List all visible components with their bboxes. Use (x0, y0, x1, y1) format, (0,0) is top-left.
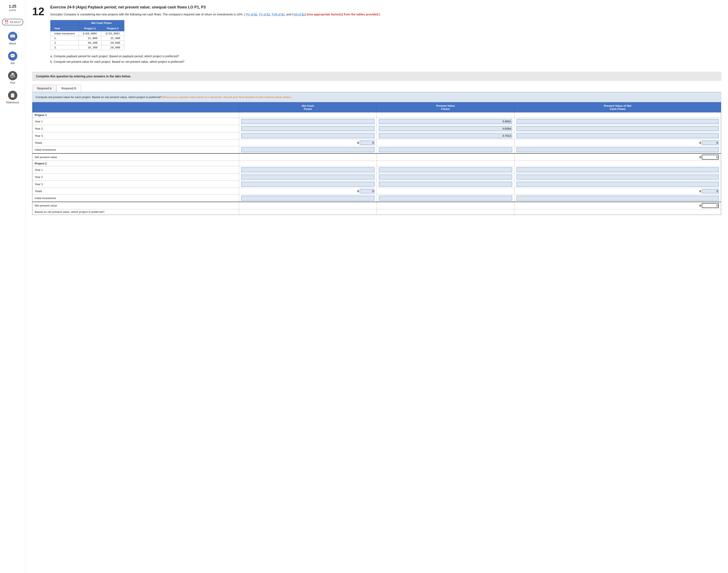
ncf-input[interactable] (241, 147, 375, 152)
pvncf-input[interactable] (517, 182, 719, 187)
link-pv[interactable]: PV of $1 (246, 13, 257, 16)
pvf-cell (377, 146, 514, 154)
ncf-input[interactable] (241, 119, 375, 124)
pvf-input[interactable] (379, 182, 512, 187)
pvncf-input[interactable] (517, 119, 719, 124)
ncf-cell: $ (239, 188, 377, 195)
pvncf-input[interactable] (517, 196, 719, 201)
row-label-cell: Net present value (33, 153, 239, 161)
row-label-cell: Year 3 (33, 132, 239, 140)
ncf-table: Net Cash Flows Year Project 1 Project 2 … (50, 20, 124, 50)
pvf-cell (377, 153, 514, 161)
pvf-cell (377, 209, 514, 215)
ncf-header: Net Cash Flows (79, 20, 124, 26)
ncf-input[interactable] (241, 134, 375, 138)
dollar-sign: $ (699, 204, 701, 207)
ncf-p2-header: Project 2 (101, 26, 124, 31)
pvf-input[interactable] (379, 119, 512, 124)
pvncf-input[interactable] (517, 147, 719, 152)
references-icon: 📋 (8, 91, 17, 100)
points-label: points (9, 9, 16, 12)
pvf-cell (377, 173, 514, 181)
ncf-input[interactable] (241, 126, 375, 131)
row-label-cell: Year 1 (33, 118, 239, 125)
pvncf-cell (515, 166, 721, 173)
ncf-p2-cell: 35,000 (101, 36, 124, 41)
answer-row: Year 3 (33, 132, 721, 140)
main-content: 12 Exercise 24-9 (Algo) Payback period; … (26, 0, 728, 573)
row-label-cell: Year 3 (33, 181, 239, 188)
pvf-cell (377, 195, 514, 202)
link-fva[interactable]: FVA of $1 (292, 13, 305, 16)
pvf-input[interactable] (379, 126, 512, 131)
ncf-row: 3. 18,500 20,000 (50, 45, 124, 50)
ncf-cell (239, 181, 377, 188)
dollar-sign: $ (699, 190, 701, 193)
tab-required-a[interactable]: Required A (32, 85, 56, 92)
pvncf-cell (515, 132, 721, 140)
row-label-cell: Initial investment (33, 195, 239, 202)
npv-input[interactable] (702, 155, 719, 160)
ncf-cell (239, 118, 377, 125)
pvncf-input[interactable] (517, 134, 719, 138)
pvf-input[interactable] (379, 196, 512, 201)
pvncf-input[interactable] (517, 126, 719, 131)
answer-row: Initial investment (33, 146, 721, 154)
dollar-sign: $ (699, 156, 701, 159)
ncf-cell (239, 112, 377, 118)
body-bold: (Use appropriate factor(s) from the tabl… (307, 13, 380, 16)
ncf-cell (239, 153, 377, 161)
row-label-cell: Project 2 (33, 161, 239, 166)
pvf-input[interactable] (379, 147, 512, 152)
sidebar-item-ebook[interactable]: 📖 eBook (8, 32, 17, 45)
pvncf-input[interactable] (517, 167, 719, 172)
row-label-cell: Year 2 (33, 173, 239, 181)
sidebar-item-references[interactable]: 📋 References (6, 91, 19, 104)
pvf-cell (377, 132, 514, 140)
pvf-cell (377, 125, 514, 132)
totals-ncf-input[interactable] (360, 141, 375, 145)
sidebar-item-print[interactable]: 🖨️ Print (8, 71, 17, 84)
pvncf-cell: $ (515, 140, 721, 146)
totals-ncf-input[interactable] (360, 189, 375, 193)
ncf-input[interactable] (241, 196, 375, 201)
pvncf-input[interactable] (517, 174, 719, 179)
pvncf-cell (515, 146, 721, 154)
ncf-row: 2. 30,200 20,000 (50, 41, 124, 45)
answer-row: Based on net present value, which projec… (33, 209, 721, 215)
totals-pvncf-input[interactable] (702, 141, 719, 145)
pvf-input[interactable] (379, 174, 512, 179)
tab-required-b[interactable]: Required B (56, 85, 81, 92)
totals-pvncf-input[interactable] (702, 189, 719, 193)
dollar-sign: $ (357, 141, 359, 144)
part-b-label: b. Compute net present value for each pr… (50, 59, 380, 64)
npv-input[interactable] (702, 203, 719, 208)
link-fv[interactable]: FV of $1 (259, 13, 270, 16)
pvncf-cell: $ (515, 202, 721, 209)
ncf-input[interactable] (241, 182, 375, 187)
blue-instruction: Compute net present value for each proje… (32, 92, 721, 102)
ncf-input[interactable] (241, 167, 375, 172)
ncf-input[interactable] (241, 174, 375, 179)
ncf-cell (239, 132, 377, 140)
answer-row: Net present value $ (33, 202, 721, 209)
ncf-p1-cell: 15,000 (79, 36, 101, 41)
ncf-p2-cell: 20,000 (101, 45, 124, 50)
link-pva[interactable]: PVA of $1 (272, 13, 285, 16)
ncf-cell (239, 173, 377, 181)
ask-icon: 💬 (8, 51, 17, 61)
dollar-sign: $ (357, 190, 359, 193)
tabs: Required A Required B (32, 85, 721, 92)
answer-row: Year 2 (33, 173, 721, 181)
answer-table-wrapper: Net CashFlows Present ValueFactor Presen… (32, 102, 721, 215)
pvf-input[interactable] (379, 167, 512, 172)
ncf-year-cell: Initial investment (50, 31, 79, 36)
pvf-input[interactable] (379, 134, 512, 138)
timer-value: 03:18:27 (10, 20, 21, 24)
pvncf-cell (515, 195, 721, 202)
row-label-cell: Totals (33, 188, 239, 195)
answer-col-label (33, 103, 239, 112)
ncf-p1-cell: $(60,000) (79, 31, 101, 36)
ncf-cell (239, 195, 377, 202)
sidebar-item-ask[interactable]: 💬 Ask (8, 51, 17, 65)
